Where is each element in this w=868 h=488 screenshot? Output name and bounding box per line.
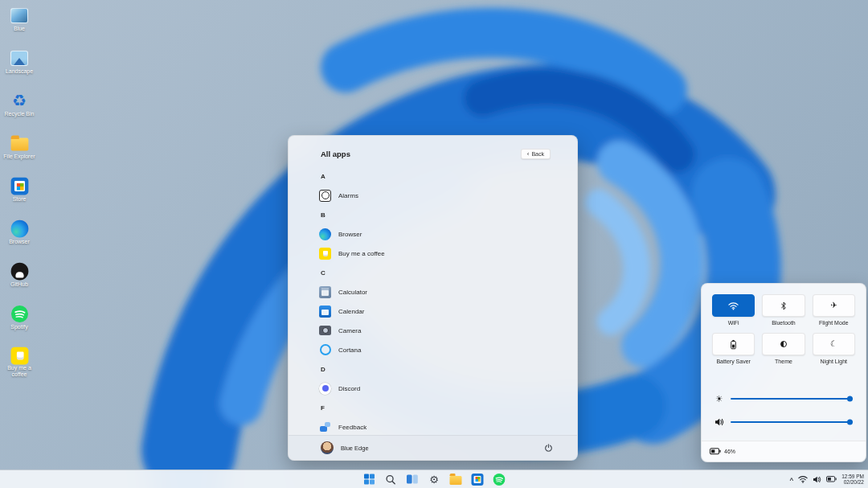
camera-icon — [319, 326, 331, 335]
tray-chevron-up-icon[interactable]: ^ — [790, 477, 794, 484]
store-button[interactable] — [471, 473, 485, 486]
desktop-icon-label: File Explorer — [3, 154, 35, 160]
app-name: Buy me a coffee — [338, 250, 385, 257]
battery-saver-icon — [730, 339, 737, 350]
battery-percentage: 46% — [724, 449, 735, 454]
section-letter-f[interactable]: F — [289, 398, 577, 417]
volume-slider-thumb[interactable] — [847, 420, 853, 425]
calendar-icon — [319, 306, 331, 318]
spotify-icon — [11, 306, 28, 322]
desktop-icon-recycle-bin[interactable]: ♻ Recycle Bin — [0, 90, 39, 122]
desktop-icon-file-explorer[interactable]: File Explorer — [0, 133, 39, 165]
battery-icon — [710, 448, 721, 455]
back-button[interactable]: ‹ Back — [521, 149, 551, 159]
app-item-calculator[interactable]: Calculator — [289, 282, 577, 301]
taskbar-center-icons: ⚙ — [362, 470, 506, 488]
desktop-icon-label: Store — [13, 196, 27, 203]
wifi-toggle[interactable] — [712, 294, 755, 317]
app-item-calendar[interactable]: Calendar — [289, 301, 577, 321]
brightness-slider[interactable] — [731, 398, 853, 400]
app-item-camera[interactable]: Camera — [289, 321, 577, 340]
desktop-icon-buy-me-a-coffee[interactable]: Buy me a coffee — [0, 346, 39, 378]
desktop-icon-browser[interactable]: Browser — [0, 218, 39, 250]
power-button[interactable] — [544, 444, 553, 453]
bluetooth-label: Bluetooth — [772, 320, 796, 327]
app-item-feedback[interactable]: Feedback — [289, 417, 577, 435]
tray-volume[interactable] — [813, 476, 821, 483]
theme-toggle[interactable] — [762, 333, 805, 355]
cortana-icon — [320, 344, 331, 355]
desktop-icon-landscape[interactable]: Landscape — [0, 47, 39, 80]
start-button[interactable] — [362, 473, 376, 486]
start-menu-all-apps: All apps ‹ Back A Alarms B Browser Buy m… — [288, 135, 578, 461]
coffee-icon — [10, 347, 28, 364]
task-view-button[interactable] — [406, 473, 420, 486]
desktop-icon-spotify[interactable]: Spotify — [0, 303, 39, 335]
section-letter-d[interactable]: D — [289, 359, 577, 379]
search-button[interactable] — [384, 473, 398, 486]
wifi-icon — [728, 301, 739, 310]
battery-saver-label: Battery Saver — [716, 359, 750, 366]
github-icon — [10, 262, 28, 280]
clock-time: 12:59 PM — [841, 474, 864, 480]
user-avatar[interactable] — [321, 441, 334, 454]
battery-icon — [826, 476, 837, 482]
spotify-button[interactable] — [493, 473, 506, 486]
section-letter-b[interactable]: B — [289, 205, 577, 224]
app-name: Alarms — [338, 192, 358, 199]
brightness-slider-thumb[interactable] — [847, 396, 853, 402]
all-apps-title: All apps — [321, 150, 350, 158]
gear-icon: ⚙ — [429, 474, 439, 485]
section-letter-a[interactable]: A — [289, 166, 577, 186]
theme-label: Theme — [775, 359, 792, 366]
magnifier-icon — [386, 474, 396, 485]
flight-mode-label: Flight Mode — [819, 320, 849, 327]
desktop-icon-label: Blue — [14, 26, 25, 32]
desktop-icon-label: GitHub — [10, 281, 28, 288]
start-menu-user-bar: Blue Edge — [289, 435, 577, 460]
volume-slider[interactable] — [731, 421, 853, 424]
system-tray: ^ 12:59 PM 02/20/22 — [790, 470, 865, 488]
battery-saver-toggle[interactable] — [712, 333, 755, 355]
all-apps-list: A Alarms B Browser Buy me a coffee C Cal… — [289, 166, 577, 435]
battery-status-row: 46% — [702, 441, 866, 461]
app-name: Cortana — [338, 347, 361, 354]
volume-slider-row — [714, 416, 853, 428]
app-item-discord[interactable]: Discord — [289, 379, 577, 398]
app-name: Calendar — [338, 308, 364, 315]
tray-wifi[interactable] — [798, 475, 808, 483]
desktop-icon-label: Browser — [9, 239, 30, 245]
edge-browser-icon — [319, 228, 331, 240]
clock-date: 02/20/22 — [841, 479, 864, 486]
discord-icon — [319, 383, 331, 395]
app-item-buy-me-a-coffee[interactable]: Buy me a coffee — [289, 244, 577, 263]
folder-icon — [10, 137, 28, 150]
section-letter-c[interactable]: C — [289, 263, 577, 282]
tray-clock[interactable]: 12:59 PM 02/20/22 — [841, 474, 864, 486]
app-item-cortana[interactable]: Cortana — [289, 340, 577, 359]
taskbar: ⚙ ^ — [0, 470, 868, 488]
blue-image-icon — [10, 8, 28, 23]
brightness-sun-icon: ☀ — [714, 395, 724, 404]
bluetooth-toggle[interactable] — [762, 294, 805, 317]
settings-button[interactable]: ⚙ — [428, 473, 441, 486]
night-light-label: Night Light — [821, 359, 847, 366]
feedback-hub-icon — [319, 421, 331, 433]
app-name: Calculator — [338, 289, 367, 296]
file-explorer-button[interactable] — [449, 473, 463, 486]
spotify-icon — [493, 474, 506, 486]
night-light-toggle[interactable]: ☾ — [813, 333, 855, 355]
windows-logo-icon — [363, 474, 375, 485]
app-item-alarms[interactable]: Alarms — [289, 186, 577, 205]
desktop-icon-label: Buy me a coffee — [0, 365, 39, 378]
desktop-icon-blue[interactable]: Blue — [0, 5, 39, 37]
desktop-icon-store[interactable]: Store — [0, 175, 39, 207]
flight-mode-toggle[interactable]: ✈ — [813, 294, 855, 317]
tray-battery[interactable] — [826, 476, 837, 482]
landscape-image-icon — [10, 51, 28, 66]
desktop-icon-github[interactable]: GitHub — [0, 260, 39, 293]
app-item-browser[interactable]: Browser — [289, 224, 577, 244]
app-name: Camera — [338, 327, 361, 334]
user-name[interactable]: Blue Edge — [341, 445, 369, 452]
alarms-icon — [319, 190, 331, 202]
